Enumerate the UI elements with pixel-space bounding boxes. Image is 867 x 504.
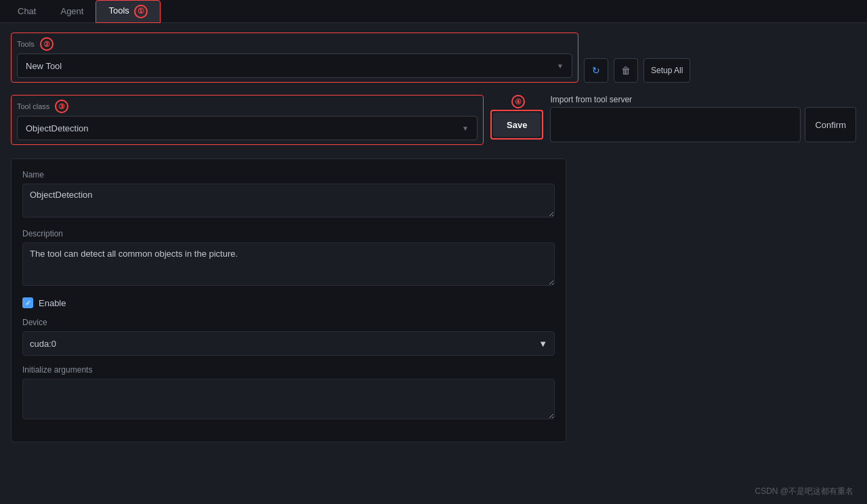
tab-agent[interactable]: Agent [48,2,96,20]
tab-chat[interactable]: Chat [5,2,48,20]
device-dropdown[interactable]: cuda:0 ▼ [22,331,555,356]
description-input[interactable] [22,243,555,286]
main-content: Tools ② New Tool ▼ ↻ 🗑 Setup All [0,23,867,452]
import-input[interactable] [550,107,801,142]
annotation-4: ④ [511,95,525,108]
tool-dropdown-arrow: ▼ [557,62,564,70]
name-label: Name [22,170,555,180]
name-input[interactable] [22,184,555,217]
device-group: Device cuda:0 ▼ [22,318,555,356]
init-args-label: Initialize arguments [22,365,555,375]
watermark: CSDN @不是吧这都有重名 [755,486,853,497]
enable-row: ✓ Enable [22,297,555,308]
description-label: Description [22,229,555,238]
tools-section-label: Tools [17,40,35,48]
save-button[interactable]: Save [493,112,541,137]
device-dropdown-arrow: ▼ [538,339,547,349]
import-label: Import from tool server [550,95,856,104]
tool-dropdown[interactable]: New Tool ▼ [17,54,572,78]
description-group: Description [22,229,555,288]
top-navigation: Chat Agent Tools ① [0,0,867,23]
tool-class-dropdown-arrow: ▼ [462,125,469,132]
refresh-icon: ↻ [592,65,600,76]
device-label: Device [22,318,555,327]
confirm-button[interactable]: Confirm [805,107,856,142]
annotation-2: ② [40,37,54,51]
init-args-input[interactable] [22,379,555,419]
import-section: Import from tool server Confirm [550,95,856,142]
trash-icon: 🗑 [621,65,631,76]
tool-class-dropdown[interactable]: ObjectDetection ▼ [17,116,478,140]
setup-all-button[interactable]: Setup All [643,58,690,83]
enable-label: Enable [39,298,66,308]
form-area: Name Description ✓ Enable Device cuda:0 … [11,159,566,442]
annotation-1: ① [134,5,148,18]
name-group: Name [22,170,555,219]
tab-tools[interactable]: Tools ① [96,0,161,23]
refresh-button[interactable]: ↻ [584,58,608,83]
checkmark-icon: ✓ [25,299,31,308]
annotation-3: ③ [55,100,68,113]
tool-class-label: Tool class [17,102,49,110]
init-args-group: Initialize arguments [22,365,555,421]
delete-button[interactable]: 🗑 [614,58,638,83]
enable-checkbox[interactable]: ✓ [22,297,33,308]
